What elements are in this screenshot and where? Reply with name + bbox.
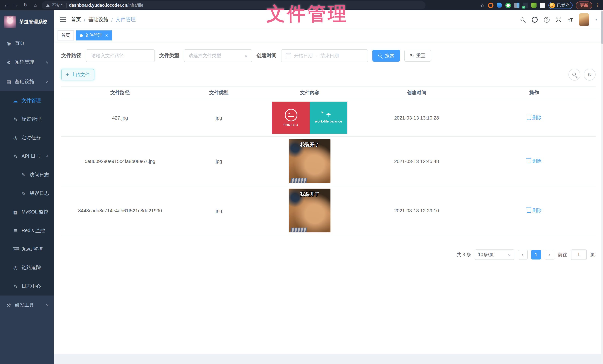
sidebar-item-label: 错误日志 <box>30 190 49 197</box>
search-button[interactable]: 搜索 <box>372 50 400 62</box>
page-scrollbar[interactable] <box>601 10 603 364</box>
browser-update-button[interactable]: 更新 <box>576 1 592 9</box>
delete-button[interactable]: 删除 <box>527 158 542 164</box>
delete-label: 删除 <box>532 158 542 164</box>
file-preview-banner[interactable]: 996.ICU☂☀work-life balance <box>272 102 347 134</box>
footer-strip <box>54 354 603 364</box>
layers-icon: ≣ <box>13 228 18 233</box>
extension-icon-green-ring[interactable] <box>505 2 511 8</box>
page-unit-label: 页 <box>590 251 595 258</box>
font-size-icon[interactable]: TT <box>568 17 573 23</box>
refresh-table-button[interactable]: ↻ <box>584 69 596 80</box>
table-tools: ↻ <box>568 69 596 80</box>
delete-button[interactable]: 删除 <box>527 207 542 214</box>
date-range-picker[interactable]: 开始日期 - 结束日期 <box>281 49 368 62</box>
extension-icon-orange[interactable] <box>488 2 493 8</box>
extension-icon-grid[interactable] <box>514 3 520 8</box>
file-path-input-wrap <box>86 49 155 62</box>
file-preview-meme[interactable]: 我裂开了 <box>289 189 330 232</box>
document-edit-icon: ✎ <box>21 172 26 178</box>
browser-reload-button[interactable]: ↻ <box>22 0 29 10</box>
breadcrumb-item[interactable]: 首页 <box>71 16 81 23</box>
search-icon <box>572 72 577 77</box>
sidebar-item-tracing[interactable]: ◎链路追踪 <box>0 258 54 277</box>
extension-icon-switch[interactable]: on <box>523 3 528 8</box>
app: 芋道管理系统 ◉首页⚙系统管理∨▤基础设施∧☁文件管理✎配置管理◷定时任务✎AP… <box>0 10 603 364</box>
search-icon[interactable] <box>521 17 525 22</box>
page-size-select[interactable]: 10条/页 ∨ <box>475 250 514 260</box>
extension-icon-leaf[interactable] <box>531 3 536 8</box>
view-tag[interactable]: 文件管理× <box>76 30 112 40</box>
reset-button[interactable]: ↻ 重置 <box>404 50 431 62</box>
security-label[interactable]: 不安全 <box>52 2 64 8</box>
show-search-button[interactable] <box>568 69 580 80</box>
document-edit-icon: ✎ <box>21 191 26 196</box>
sidebar-item-system[interactable]: ⚙系统管理∨ <box>0 53 54 72</box>
table-header-row: 文件路径 文件类型 文件内容 创建时间 操作 <box>61 87 596 99</box>
chevron-down-icon[interactable]: ▾ <box>595 18 597 22</box>
delete-label: 删除 <box>532 114 542 121</box>
page-url[interactable]: dashboard.yudao.iocoder.cn/infra/file <box>69 3 143 7</box>
sidebar-item-access-log[interactable]: ✎访问日志 <box>0 166 54 184</box>
extensions-puzzle-icon[interactable] <box>540 3 545 8</box>
sidebar: 芋道管理系统 ◉首页⚙系统管理∨▤基础设施∧☁文件管理✎配置管理◷定时任务✎AP… <box>0 10 54 364</box>
sidebar-item-error-log[interactable]: ✎错误日志 <box>0 184 54 203</box>
next-page-button[interactable]: › <box>545 250 554 260</box>
scrollbar-thumb[interactable] <box>601 11 603 44</box>
profile-paused-chip[interactable]: 已暂停 <box>548 2 573 9</box>
sidebar-item-devtools[interactable]: ⚒研发工具∨ <box>0 296 54 315</box>
extension-icon-blue-drop[interactable] <box>497 3 502 8</box>
prev-page-button[interactable]: ‹ <box>518 250 527 260</box>
chevron-down-icon: ∨ <box>46 60 49 64</box>
app-title: 芋道管理系统 <box>19 19 47 25</box>
search-icon <box>378 54 383 58</box>
close-icon[interactable]: × <box>105 33 108 38</box>
file-preview-meme[interactable]: 我裂开了 <box>289 139 330 183</box>
breadcrumb: 首页/基础设施/文件管理 <box>71 16 136 23</box>
col-file-content: 文件内容 <box>259 87 360 99</box>
file-table: 文件路径 文件类型 文件内容 创建时间 操作 427.jpgjpg996.ICU… <box>61 87 596 235</box>
browser-back-button[interactable]: ← <box>3 0 10 10</box>
sidebar-item-config-manage[interactable]: ✎配置管理 <box>0 110 54 128</box>
end-date-placeholder: 结束日期 <box>320 53 339 59</box>
sidebar-logo[interactable]: 芋道管理系统 <box>0 10 54 34</box>
github-icon[interactable] <box>532 17 538 23</box>
sidebar-item-redis-monitor[interactable]: ≣Redis 监控 <box>0 221 54 240</box>
sidebar-item-java-monitor[interactable]: ⌨Java 监控 <box>0 240 54 258</box>
sidebar-item-infra[interactable]: ▤基础设施∧ <box>0 72 54 91</box>
breadcrumb-item[interactable]: 基础设施 <box>88 16 108 23</box>
sidebar-item-home[interactable]: ◉首页 <box>0 34 54 53</box>
address-bar[interactable]: ! 不安全 dashboard.yudao.iocoder.cn/infra/f… <box>42 1 426 9</box>
log-icon: ✎ <box>13 284 18 289</box>
view-tag[interactable]: 首页 <box>58 30 74 40</box>
sidebar-item-cron-job[interactable]: ◷定时任务 <box>0 128 54 147</box>
browser-menu-icon[interactable]: ⋮ <box>596 3 600 8</box>
browser-toolbar-right: ☆ on 已暂停 更新 ⋮ <box>480 1 600 9</box>
file-type-select[interactable]: 请选择文件类型 ∨ <box>184 49 252 62</box>
paused-label: 已暂停 <box>557 2 569 8</box>
fullscreen-icon[interactable]: ↖↗↙↘ <box>556 17 562 22</box>
sidebar-item-label: Redis 监控 <box>22 227 45 234</box>
sidebar-item-file-manage[interactable]: ☁文件管理 <box>0 91 54 110</box>
cell-create-time: 2021-03-13 12:45:48 <box>360 136 473 186</box>
help-icon[interactable]: ? <box>544 17 550 23</box>
refresh-icon: ↻ <box>410 53 414 58</box>
hamburger-icon[interactable] <box>60 17 66 22</box>
delete-button[interactable]: 删除 <box>527 114 542 121</box>
bookmark-star-icon[interactable]: ☆ <box>480 2 485 8</box>
sidebar-item-api-log[interactable]: ✎API 日志∧ <box>0 147 54 166</box>
goto-page-input[interactable] <box>571 250 586 260</box>
cell-file-type: jpg <box>179 186 259 235</box>
browser-home-button[interactable]: ⌂ <box>32 0 39 10</box>
upload-file-button[interactable]: + 上传文件 <box>61 69 94 80</box>
sidebar-item-log-center[interactable]: ✎日志中心 <box>0 277 54 296</box>
gear-icon: ⚙ <box>6 60 12 65</box>
plus-icon: + <box>66 72 69 77</box>
user-avatar[interactable] <box>580 13 589 26</box>
chevron-up-icon: ∧ <box>46 80 49 83</box>
file-path-input[interactable] <box>91 53 150 59</box>
browser-forward-button[interactable]: → <box>13 0 19 10</box>
sidebar-item-mysql-monitor[interactable]: ▦MySQL 监控 <box>0 203 54 221</box>
current-page-button[interactable]: 1 <box>531 250 541 260</box>
bed-badge-icon <box>285 109 297 121</box>
